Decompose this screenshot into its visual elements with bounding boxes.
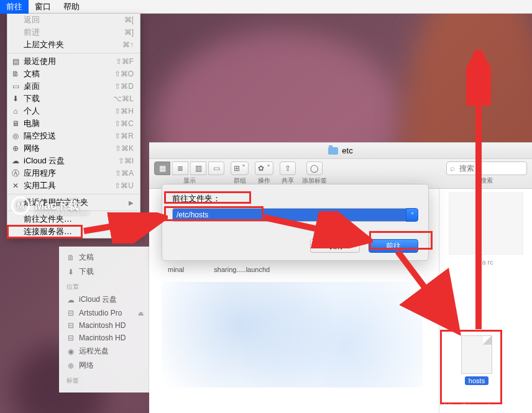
menu-forward: 前进⌘]: [7, 26, 140, 39]
tags-btn[interactable]: ◯: [306, 161, 323, 175]
documents-icon: 🗎: [66, 253, 75, 262]
menu-back: 返回⌘[: [7, 14, 140, 26]
disk-icon: ⊟: [66, 321, 75, 330]
utilities-icon: ✕: [11, 181, 20, 190]
sidebar-macintosh-hd-2[interactable]: ⊟Macintosh HD: [59, 332, 149, 344]
finder-sidebar: 🗎文稿 ⬇下载 位置 ☁iCloud 云盘 ⊟Artstudio Pro⏏ ⊟M…: [59, 247, 149, 393]
annotation-arrow: [261, 211, 373, 248]
view-list-btn[interactable]: ≣: [172, 161, 188, 175]
group-btn[interactable]: ⊞ ˅: [231, 161, 249, 175]
view-icon-btn[interactable]: ▦: [154, 161, 170, 175]
blurred-thumbs: [162, 282, 423, 388]
sidebar-locations-heading: 位置: [59, 279, 149, 293]
svg-line-1: [264, 217, 364, 239]
network-icon: ⊕: [66, 361, 75, 370]
documents-icon: 🗎: [11, 70, 20, 78]
menubar-window[interactable]: 窗口: [29, 0, 57, 14]
sidebar-network[interactable]: ⊕网络: [59, 358, 149, 373]
disk-icon: ⊟: [66, 334, 75, 342]
icloud-icon: ☁: [11, 157, 20, 165]
sidebar-icloud[interactable]: ☁iCloud 云盘: [59, 293, 149, 307]
optical-icon: ◉: [66, 347, 75, 356]
macdown-watermark: M Mac下载 www.Macdown.com: [11, 196, 79, 215]
sidebar-downloads[interactable]: ⬇下载: [59, 265, 149, 279]
menu-icloud[interactable]: ☁iCloud 云盘⇧⌘I: [7, 155, 140, 167]
share-btn[interactable]: ⇪: [280, 161, 296, 175]
annotation-box: [164, 191, 251, 204]
disk-icon: ⊟: [66, 309, 75, 317]
airdrop-icon: ◎: [11, 132, 20, 140]
menu-network[interactable]: ⊕网络⇧⌘K: [7, 142, 140, 155]
sidebar-documents[interactable]: 🗎文稿: [59, 250, 149, 265]
sidebar-macintosh-hd-1[interactable]: ⊟Macintosh HD: [59, 319, 149, 332]
file-label[interactable]: minal: [168, 266, 184, 273]
folder-icon: [328, 147, 338, 155]
file-labels-row: minal sharing.....launchd: [168, 266, 270, 273]
computer-icon: 🖥: [11, 119, 20, 128]
annotation-arrow: [385, 248, 472, 335]
eject-icon[interactable]: ⏏: [138, 310, 144, 317]
view-gallery-btn[interactable]: ▭: [208, 161, 224, 175]
annotation-box: [440, 330, 502, 404]
desktop-icon: ▭: [11, 82, 20, 91]
menu-downloads[interactable]: ⬇下载⌥⌘L: [7, 93, 140, 105]
menubar: 前往 窗口 帮助: [0, 0, 532, 14]
menu-desktop[interactable]: ▭桌面⇧⌘D: [7, 80, 140, 93]
svg-line-0: [84, 219, 158, 231]
icloud-icon: ☁: [66, 296, 75, 304]
menubar-go[interactable]: 前往: [0, 0, 29, 14]
apps-icon: Ⓐ: [11, 168, 20, 179]
clock-doc-icon: ▤: [11, 57, 20, 66]
annotation-box: [164, 206, 264, 221]
annotation-box: [7, 225, 83, 238]
network-icon: ⊕: [11, 144, 20, 153]
sidebar-tags-heading: 标签: [59, 373, 149, 386]
svg-line-2: [398, 252, 454, 326]
menu-documents[interactable]: 🗎文稿⇧⌘O: [7, 68, 140, 80]
annotation-arrow: [81, 212, 168, 243]
csdn-watermark: https://blog.csdn.net/lhf688: [444, 402, 526, 409]
window-title: etc: [342, 146, 352, 155]
menu-home[interactable]: ⌂个人⇧⌘H: [7, 105, 140, 117]
downloads-icon: ⬇: [66, 268, 75, 276]
menu-airdrop[interactable]: ◎隔空投送⇧⌘R: [7, 130, 140, 142]
view-column-btn[interactable]: ▥: [190, 161, 206, 175]
submenu-arrow-icon: ▶: [129, 199, 134, 206]
downloads-icon: ⬇: [11, 94, 20, 103]
sidebar-remote-disc[interactable]: ◉远程光盘: [59, 344, 149, 358]
action-btn[interactable]: ✿ ˅: [255, 161, 273, 175]
annotation-box: [369, 231, 433, 250]
menu-computer[interactable]: 🖥电脑⇧⌘C: [7, 117, 140, 130]
menu-apps[interactable]: Ⓐ应用程序⇧⌘A: [7, 167, 140, 179]
sidebar-artstudio[interactable]: ⊟Artstudio Pro⏏: [59, 307, 149, 319]
combo-dropdown-btn[interactable]: ˅: [406, 208, 418, 222]
menu-utilities[interactable]: ✕实用工具⇧⌘U: [7, 179, 140, 192]
menubar-help[interactable]: 帮助: [57, 0, 86, 14]
file-label[interactable]: sharing.....launchd: [214, 266, 270, 273]
menu-up-folder[interactable]: 上层文件夹⌘↑: [7, 39, 140, 51]
menu-recents[interactable]: ▤最近使用⇧⌘F: [7, 55, 140, 68]
home-icon: ⌂: [11, 107, 20, 116]
annotation-arrow: [466, 50, 491, 335]
